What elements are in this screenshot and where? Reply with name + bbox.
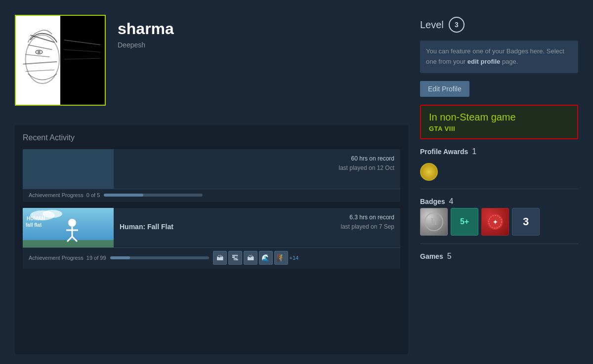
activity-item-1-inner: 60 hrs on record last played on 12 Oct <box>23 149 400 189</box>
badges-label: Badges <box>420 198 445 205</box>
game-thumb-placeholder-1 <box>23 149 114 189</box>
svg-text:✦: ✦ <box>493 219 498 226</box>
profile-name: sharma <box>118 20 174 38</box>
level-badge: 3 <box>449 17 465 33</box>
last-played-1: last played on 12 Oct <box>339 163 394 173</box>
hrs-record-1: 60 hrs on record <box>339 154 394 163</box>
badge-item-1: II <box>420 208 448 236</box>
recent-activity-title: Recent Activity <box>23 133 400 142</box>
activity-item-2: HUMAN fall flat Human: Fall Flat 6.3 hrs… <box>23 208 400 269</box>
badge-item-2: 5+ <box>451 208 478 236</box>
badges-row: II 5+ ✦ 3 <box>420 208 578 236</box>
divider-1 <box>420 189 578 189</box>
last-played-2: last played on 7 Sep <box>340 222 394 232</box>
svg-text:II: II <box>430 217 437 227</box>
level-row: Level 3 <box>420 15 578 33</box>
ach-more: +14 <box>290 255 299 261</box>
level-label: Level <box>420 19 444 31</box>
achievement-bar-fill-2 <box>110 256 130 259</box>
badges-header: Badges 4 <box>420 197 578 206</box>
profile-header: sharma Deepesh <box>15 15 408 116</box>
activity-content-1: 60 hrs on record last played on 12 Oct <box>114 149 400 189</box>
svg-rect-1 <box>60 16 105 105</box>
recent-activity-section: Recent Activity 60 hrs on record last pl… <box>15 125 408 354</box>
svg-point-15 <box>42 210 62 218</box>
achievement-row-2: Achievement Progress 19 of 99 🏔 🏗 🏔 🌊 🧗 … <box>23 247 400 269</box>
hff-thumbnail: HUMAN fall flat <box>23 208 114 247</box>
profile-awards-count: 1 <box>472 147 476 156</box>
page-wrapper: sharma Deepesh Recent Activity 60 hrs on… <box>0 0 593 364</box>
awards-section: Profile Awards 1 <box>420 147 578 181</box>
profile-awards-label: Profile Awards <box>420 148 468 156</box>
svg-point-17 <box>68 219 76 227</box>
games-section: Games 5 <box>420 252 578 261</box>
svg-text:HUMAN: HUMAN <box>27 216 45 221</box>
award-icon <box>420 163 438 181</box>
ach-icon-5: 🧗 <box>274 251 288 265</box>
activity-item-2-inner: HUMAN fall flat Human: Fall Flat 6.3 hrs… <box>23 208 400 247</box>
svg-rect-0 <box>16 16 60 105</box>
hrs-record-2: 6.3 hrs on record <box>340 213 394 222</box>
right-column: Level 3 You can feature one of your Badg… <box>420 15 578 354</box>
svg-text:fall flat: fall flat <box>26 222 42 228</box>
activity-content-2: Human: Fall Flat 6.3 hrs on record last … <box>114 208 400 247</box>
activity-stats-2: 6.3 hrs on record last played on 7 Sep <box>340 213 394 232</box>
achievement-bar-bg-1 <box>104 194 203 197</box>
badge-feature-box: You can feature one of your Badges here.… <box>420 40 578 73</box>
achievement-label-2: Achievement Progress 19 of 99 <box>29 255 106 261</box>
profile-info: sharma Deepesh <box>118 15 174 49</box>
game-thumbnail-1 <box>23 149 114 189</box>
ach-icon-4: 🌊 <box>259 251 273 265</box>
avatar <box>15 15 106 106</box>
games-count: 5 <box>447 252 452 261</box>
in-game-name: GTA VIII <box>429 125 569 132</box>
profile-awards-header: Profile Awards 1 <box>420 147 578 156</box>
achievement-bar-fill-1 <box>104 194 143 197</box>
edit-profile-button[interactable]: Edit Profile <box>420 81 469 97</box>
activity-item-1: 60 hrs on record last played on 12 Oct A… <box>23 149 400 202</box>
ach-icon-2: 🏗 <box>228 251 242 265</box>
ach-icon-1: 🏔 <box>213 251 227 265</box>
achievement-bar-bg-2 <box>110 256 209 259</box>
svg-point-9 <box>38 50 41 53</box>
badge-item-4: 3 <box>512 208 540 236</box>
in-game-status: In non-Steam game <box>429 112 569 123</box>
badges-section: Badges 4 II 5+ <box>420 197 578 236</box>
profile-realname: Deepesh <box>118 41 174 49</box>
divider-2 <box>420 243 578 244</box>
achievement-row-1: Achievement Progress 0 of 5 <box>23 189 400 202</box>
achievement-label-1: Achievement Progress 0 of 5 <box>29 192 100 198</box>
games-label: Games <box>420 252 443 260</box>
badges-count: 4 <box>449 197 454 206</box>
in-game-box: In non-Steam game GTA VIII <box>420 105 578 139</box>
edit-profile-link[interactable]: edit profile <box>467 58 500 65</box>
activity-stats-1: 60 hrs on record last played on 12 Oct <box>339 154 394 173</box>
badge-item-3: ✦ <box>481 208 509 236</box>
ach-icon-3: 🏔 <box>244 251 257 265</box>
achievement-icons: 🏔 🏗 🏔 🌊 🧗 +14 <box>213 251 299 265</box>
left-column: sharma Deepesh Recent Activity 60 hrs on… <box>15 15 408 354</box>
game-thumbnail-2: HUMAN fall flat <box>23 208 114 247</box>
